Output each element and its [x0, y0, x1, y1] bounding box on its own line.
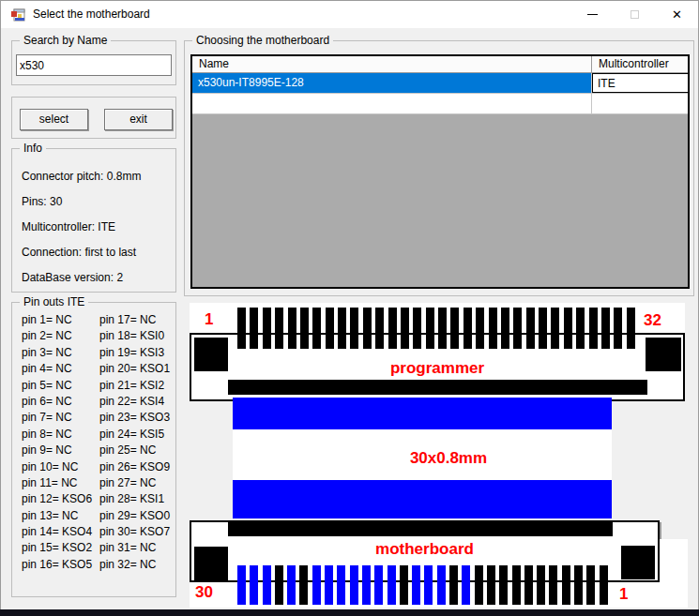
pinouts-group-label: Pin outs ITE — [20, 295, 88, 308]
pinout-row: pin 16= KSO5pin 32= NC — [22, 557, 174, 573]
pinout-right: pin 17= NC — [99, 312, 174, 328]
motherboard-pin — [574, 565, 583, 605]
motherboard-pin — [600, 565, 608, 605]
pinout-left: pin 13= NC — [22, 508, 99, 524]
motherboard-slot-bar — [228, 522, 613, 536]
programmer-pin — [601, 308, 610, 349]
pinout-row: pin 12= KSO6pin 28= KSI1 — [22, 491, 174, 507]
cell-multicontroller[interactable] — [592, 94, 688, 113]
programmer-pin — [237, 308, 246, 349]
table-row[interactable] — [192, 94, 688, 114]
pinout-row: pin 9= NCpin 25= NC — [22, 443, 174, 458]
pinout-row: pin 4= NCpin 20= KSO1 — [22, 361, 174, 377]
motherboard-pin — [400, 565, 408, 605]
programmer-pin — [513, 308, 522, 349]
grid-header-row: Name Multicontroller — [192, 56, 688, 73]
pinout-row: pin 14= KSO4pin 30= KSO7 — [22, 524, 174, 540]
motherboard-caption: motherboard — [190, 541, 660, 557]
motherboard-pin — [412, 565, 420, 605]
minimize-button[interactable] — [571, 1, 614, 28]
close-button[interactable]: ✕ — [656, 1, 698, 28]
minimize-icon — [587, 14, 598, 15]
programmer-pin — [476, 308, 484, 349]
select-button[interactable]: select — [20, 109, 88, 130]
pinout-right: pin 29= KSO0 — [99, 508, 174, 524]
search-group-label: Search by Name — [20, 34, 111, 47]
pinout-row: pin 1= NCpin 17= NC — [22, 312, 174, 328]
info-line: DataBase version: 2 — [22, 271, 123, 284]
pinout-row: pin 7= NCpin 23= KSO3 — [22, 410, 174, 426]
motherboard-pin — [537, 565, 545, 605]
motherboard-pin — [487, 565, 495, 605]
maximize-icon — [631, 10, 639, 19]
motherboard-pin — [462, 565, 470, 605]
programmer-pin — [463, 308, 472, 349]
motherboard-pin — [437, 565, 446, 605]
programmer-pin — [288, 308, 296, 349]
cell-name[interactable] — [192, 94, 592, 113]
motherboard-pin — [350, 565, 358, 605]
pinout-left: pin 6= NC — [22, 394, 99, 410]
pinout-row: pin 3= NCpin 19= KSI3 — [22, 345, 174, 361]
programmer-pin — [338, 308, 346, 349]
table-row[interactable]: x530un-IT8995E-128ITE — [192, 73, 688, 94]
motherboard-right-alignment-square — [621, 546, 655, 579]
programmer-pin — [312, 308, 321, 349]
pinout-right: pin 31= NC — [99, 540, 174, 556]
column-header-name[interactable]: Name — [192, 56, 592, 72]
choosing-groupbox: Choosing the motherboard Name Multicontr… — [184, 40, 694, 296]
window-title: Select the motherboard — [33, 1, 150, 28]
pinout-left: pin 11= NC — [22, 475, 99, 491]
connector-diagram: 1 32 programmer 30x0.8mm motherboard 30 … — [184, 302, 699, 611]
app-icon[interactable] — [10, 8, 25, 23]
pinout-left: pin 5= NC — [22, 378, 99, 394]
programmer-pin — [363, 308, 372, 349]
exit-button[interactable]: exit — [104, 109, 173, 130]
motherboard-pin — [524, 565, 533, 605]
programmer-pin32-label: 32 — [644, 312, 661, 328]
programmer-pin — [501, 308, 509, 349]
programmer-pins — [237, 308, 635, 349]
pinout-right: pin 25= NC — [99, 443, 174, 458]
motherboard-pin — [312, 565, 321, 605]
pinout-right: pin 32= NC — [99, 557, 174, 573]
pinout-row: pin 2= NCpin 18= KSI0 — [22, 328, 174, 344]
pinout-left: pin 7= NC — [22, 410, 99, 426]
pinout-left: pin 3= NC — [22, 345, 99, 361]
programmer-pin — [438, 308, 447, 349]
pinout-right: pin 22= KSI4 — [99, 394, 174, 410]
info-groupbox: Info Connector pitch: 0.8mmPins: 30Multi… — [11, 148, 176, 293]
motherboard-left-alignment-square — [194, 547, 228, 580]
dialog-select-motherboard: Select the motherboard ✕ Search by Name … — [0, 0, 699, 616]
cell-name[interactable]: x530un-IT8995E-128 — [192, 73, 592, 93]
pinout-left: pin 15= KSO2 — [22, 540, 99, 556]
programmer-pin — [350, 308, 358, 349]
motherboard-pin — [387, 565, 396, 605]
programmer-pin — [489, 308, 497, 349]
motherboard-pin — [449, 565, 458, 605]
pinout-row: pin 13= NCpin 29= KSO0 — [22, 508, 174, 524]
info-line: Pins: 30 — [22, 195, 62, 208]
info-group-label: Info — [20, 142, 46, 155]
pinout-row: pin 11= NCpin 27= NC — [22, 475, 174, 491]
pinout-left: pin 9= NC — [22, 443, 99, 458]
motherboard-pin — [475, 565, 483, 605]
pinout-row: pin 10= NCpin 26= KSO9 — [22, 459, 174, 475]
cell-multicontroller[interactable]: ITE — [592, 73, 688, 93]
column-header-multicontroller[interactable]: Multicontroller — [592, 56, 688, 72]
search-groupbox: Search by Name — [11, 40, 176, 85]
motherboard-pin — [287, 565, 296, 605]
info-line: Multicontroller: ITE — [22, 220, 115, 233]
motherboard-pin — [362, 565, 371, 605]
motherboard-pin — [586, 565, 595, 605]
pinout-left: pin 10= NC — [22, 459, 99, 475]
title-bar: Select the motherboard ✕ — [1, 1, 698, 28]
motherboard-pin — [337, 565, 345, 605]
programmer-pin1-label: 1 — [205, 311, 213, 327]
pinout-right: pin 26= KSO9 — [99, 459, 174, 475]
search-input[interactable] — [16, 54, 172, 76]
programmer-pin — [375, 308, 384, 349]
motherboard-pin — [250, 565, 258, 605]
pinout-right: pin 23= KSO3 — [99, 410, 174, 426]
pinout-right: pin 24= KSI5 — [99, 427, 174, 443]
